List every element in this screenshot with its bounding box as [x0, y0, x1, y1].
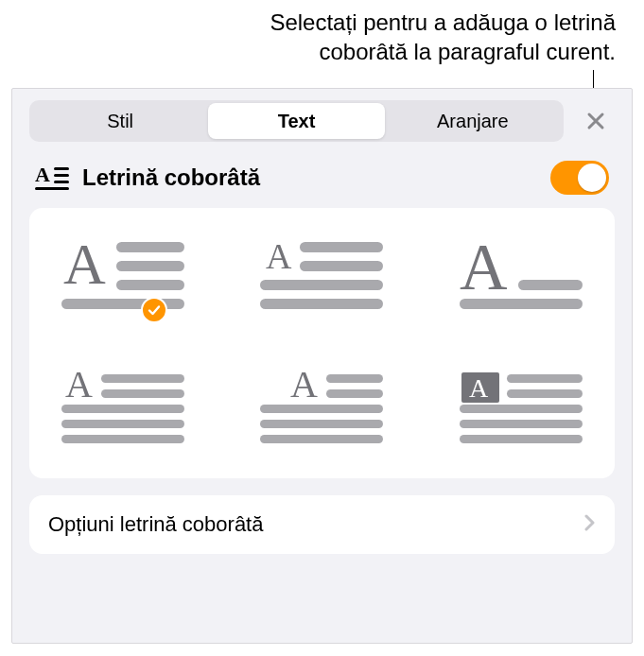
callout-line-1: Selectați pentru a adăuga o letrină	[181, 8, 616, 37]
svg-text:A: A	[65, 369, 93, 406]
svg-rect-34	[460, 405, 583, 413]
svg-rect-28	[260, 420, 383, 428]
dropcap-style-small-inline[interactable]: A	[251, 236, 392, 318]
dropcap-style-raised-preview: A	[460, 236, 583, 318]
svg-rect-23	[61, 435, 184, 443]
dropcap-style-indented[interactable]: A	[251, 369, 392, 450]
check-icon	[147, 302, 162, 318]
svg-rect-12	[300, 261, 383, 271]
segmented-control: Stil Text Aranjare	[29, 100, 564, 142]
svg-rect-21	[61, 405, 184, 413]
callout-line-2: coborâtă la paragraful curent.	[181, 37, 616, 66]
dropcap-style-on-top[interactable]: A	[52, 369, 194, 450]
dropcap-style-large-inline[interactable]: A	[52, 236, 194, 318]
dropcap-options-row[interactable]: Opțiuni letrină coborâtă	[29, 495, 615, 554]
dropcap-style-indented-preview: A	[260, 369, 383, 450]
dropcap-toggle[interactable]	[550, 161, 609, 195]
svg-rect-3	[54, 181, 69, 183]
tab-style-label: Stil	[107, 111, 133, 132]
svg-rect-35	[460, 420, 583, 428]
dropcap-section-header: A Letrină coborâtă	[12, 153, 632, 208]
close-icon	[585, 111, 606, 131]
dropcap-style-on-top-preview: A	[61, 369, 184, 450]
svg-text:A: A	[63, 236, 106, 296]
dropcap-styles-card: A A	[29, 208, 615, 478]
svg-rect-8	[116, 280, 184, 290]
svg-rect-13	[260, 280, 383, 290]
dropcap-style-boxed-preview: A	[460, 369, 583, 450]
svg-text:A: A	[35, 164, 50, 186]
callout-annotation: Selectați pentru a adăuga o letrină cobo…	[181, 8, 616, 66]
tab-style[interactable]: Stil	[32, 103, 208, 139]
svg-rect-19	[101, 374, 184, 383]
svg-rect-26	[326, 389, 383, 398]
svg-rect-1	[54, 167, 69, 170]
tab-text[interactable]: Text	[208, 103, 384, 139]
svg-rect-4	[35, 187, 69, 190]
svg-rect-16	[518, 280, 583, 290]
svg-rect-7	[116, 261, 184, 271]
svg-rect-33	[507, 389, 583, 398]
format-panel: Stil Text Aranjare A	[11, 88, 633, 644]
svg-text:A: A	[460, 236, 508, 303]
chevron-right-icon	[584, 514, 596, 535]
tab-arrange[interactable]: Aranjare	[385, 103, 561, 139]
svg-rect-14	[260, 299, 383, 309]
dropcap-icon: A	[35, 164, 69, 191]
svg-rect-36	[460, 435, 583, 443]
svg-text:A: A	[290, 369, 318, 406]
svg-rect-32	[507, 374, 583, 383]
svg-rect-25	[326, 374, 383, 383]
svg-rect-2	[54, 174, 69, 177]
svg-text:A: A	[469, 373, 489, 403]
svg-rect-20	[101, 389, 184, 398]
svg-rect-29	[260, 435, 383, 443]
svg-rect-6	[116, 242, 184, 252]
dropcap-style-boxed[interactable]: A	[450, 369, 592, 450]
svg-rect-11	[300, 242, 383, 252]
tab-arrange-label: Aranjare	[437, 111, 509, 132]
tab-text-label: Text	[278, 111, 316, 132]
svg-rect-22	[61, 420, 184, 428]
dropcap-style-raised[interactable]: A	[450, 236, 592, 318]
tab-bar: Stil Text Aranjare	[12, 89, 632, 153]
svg-rect-27	[260, 405, 383, 413]
svg-rect-17	[460, 299, 583, 309]
close-button[interactable]	[577, 102, 615, 140]
dropcap-styles-grid: A A	[52, 236, 592, 450]
dropcap-section-title: Letrină coborâtă	[82, 164, 537, 191]
dropcap-style-small-inline-preview: A	[260, 236, 383, 318]
selected-checkmark	[141, 297, 167, 323]
svg-text:A: A	[266, 236, 292, 276]
dropcap-options-label: Opțiuni letrină coborâtă	[48, 512, 584, 537]
